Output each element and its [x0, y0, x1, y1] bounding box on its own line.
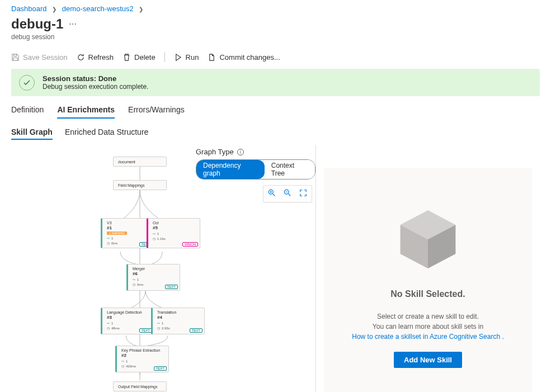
- success-check-icon: [19, 75, 35, 91]
- placeholder-line1: Select or create a new skill to edit.: [377, 313, 479, 320]
- skill-graph-canvas[interactable]: document Field Mappings V3 #1 1 WARNING …: [95, 157, 274, 392]
- node-skill-5[interactable]: Ocr #5 ⇨1 ◷1.19s VISION: [147, 218, 200, 248]
- node-index: #2: [121, 353, 165, 358]
- subtab-enriched-data[interactable]: Enriched Data Structure: [65, 125, 148, 140]
- text-badge: TEXT: [139, 328, 152, 333]
- node-time: 2.93s: [162, 327, 170, 330]
- placeholder-line2: You can learn more about skill sets in: [373, 323, 483, 330]
- chevron-right-icon: ❯: [52, 6, 56, 12]
- node-skill-2[interactable]: Key Phrase Extraction #2 ⇨1 ◷429ms TEXT: [115, 346, 169, 372]
- node-time: 0ms: [137, 283, 143, 286]
- save-session-button: Save Session: [11, 53, 68, 62]
- node-output-mappings[interactable]: Output Field Mappings: [113, 381, 167, 391]
- delete-label: Delete: [134, 53, 156, 62]
- page-subtitle: debug session: [11, 33, 540, 41]
- sub-tabs: Skill Graph Enriched Data Structure: [11, 125, 540, 140]
- skill-detail-placeholder: No Skill Selected. Select or create a ne…: [324, 168, 532, 392]
- tab-ai-enrichments[interactable]: AI Enrichments: [57, 102, 115, 119]
- node-stat: 1: [137, 278, 139, 281]
- status-banner: Session status: Done Debug session execu…: [11, 69, 540, 96]
- commit-icon: [208, 53, 216, 62]
- subtab-skill-graph[interactable]: Skill Graph: [11, 125, 53, 140]
- play-icon: [174, 53, 182, 62]
- fit-screen-icon[interactable]: [299, 189, 307, 199]
- main-tabs: Definition AI Enrichments Errors/Warning…: [11, 102, 540, 119]
- node-skill-4[interactable]: Translation #4 ⇨1 ◷2.93s TEXT: [151, 308, 205, 334]
- toolbar-divider: [164, 52, 165, 62]
- add-new-skill-button[interactable]: Add New Skill: [394, 352, 462, 368]
- toolbar: Save Session Refresh Delete Run Commit c…: [11, 49, 540, 69]
- page-title: debug-1: [11, 16, 63, 32]
- node-label: Field Mappings: [118, 183, 144, 187]
- run-button[interactable]: Run: [174, 53, 199, 62]
- graph-type-label: Graph Type: [196, 148, 234, 156]
- commit-label: Commit changes...: [219, 53, 280, 62]
- text-badge: TEXT: [190, 328, 202, 333]
- save-icon: [11, 53, 20, 62]
- node-skill-6[interactable]: Merger #6 ⇨1 ◷0ms TEXT: [126, 264, 180, 291]
- node-time: 1.19s: [157, 237, 166, 240]
- warning-badge: 1 WARNING: [107, 232, 127, 235]
- node-stat: 1: [111, 322, 113, 325]
- status-detail: Debug session execution complete.: [43, 83, 148, 91]
- cube-icon: [392, 203, 464, 276]
- run-label: Run: [186, 53, 199, 62]
- more-menu-button[interactable]: ⋯: [69, 20, 78, 29]
- text-badge: TEXT: [165, 285, 178, 289]
- node-title: Language Detection: [107, 310, 150, 314]
- breadcrumb-dashboard[interactable]: Dashboard: [11, 4, 47, 13]
- tab-errors-warnings[interactable]: Errors/Warnings: [128, 102, 185, 119]
- node-stat: 1: [162, 322, 163, 325]
- node-skill-3[interactable]: Language Detection #3 ⇨1 ◷48ms TEXT: [101, 308, 154, 334]
- node-index: #3: [107, 315, 150, 320]
- breadcrumb-service[interactable]: demo-search-westus2: [62, 4, 134, 13]
- delete-button[interactable]: Delete: [123, 53, 156, 62]
- text-badge: TEXT: [154, 366, 167, 371]
- node-stat: 1: [111, 237, 113, 240]
- node-title: V3: [107, 221, 150, 225]
- node-title: Key Phrase Extraction: [121, 348, 165, 352]
- node-title: Ocr: [153, 221, 196, 225]
- save-session-label: Save Session: [23, 53, 68, 62]
- commit-changes-button[interactable]: Commit changes...: [208, 53, 280, 62]
- breadcrumb: Dashboard ❯ demo-search-westus2 ❯: [11, 4, 540, 13]
- node-time: 0ms: [111, 242, 117, 245]
- node-time: 429ms: [126, 365, 136, 368]
- refresh-label: Refresh: [88, 53, 114, 62]
- placeholder-doc-link[interactable]: How to create a skillset in Azure Cognit…: [352, 333, 503, 341]
- vision-badge: VISION: [182, 242, 198, 247]
- node-label: document: [118, 160, 135, 164]
- node-index: #6: [133, 271, 176, 276]
- zoom-out-icon[interactable]: [284, 189, 291, 199]
- node-stat: 1: [157, 232, 159, 235]
- node-index: #4: [157, 315, 201, 320]
- node-stat: 1: [126, 360, 128, 363]
- node-title: Merger: [133, 267, 176, 271]
- node-title: Translation: [157, 310, 201, 314]
- node-index: #1: [107, 225, 150, 230]
- node-document[interactable]: document: [113, 157, 167, 167]
- status-title: Session status: Done: [43, 74, 148, 83]
- chevron-right-icon: ❯: [139, 6, 143, 12]
- placeholder-title: No Skill Selected.: [390, 289, 465, 299]
- node-index: #5: [153, 225, 196, 230]
- tab-definition[interactable]: Definition: [11, 102, 44, 119]
- node-time: 48ms: [111, 327, 120, 330]
- trash-icon: [123, 53, 131, 62]
- node-field-mappings[interactable]: Field Mappings: [113, 180, 167, 190]
- refresh-button[interactable]: Refresh: [77, 53, 114, 62]
- info-icon[interactable]: i: [237, 149, 244, 155]
- node-label: Output Field Mappings: [118, 385, 157, 389]
- refresh-icon: [77, 53, 85, 62]
